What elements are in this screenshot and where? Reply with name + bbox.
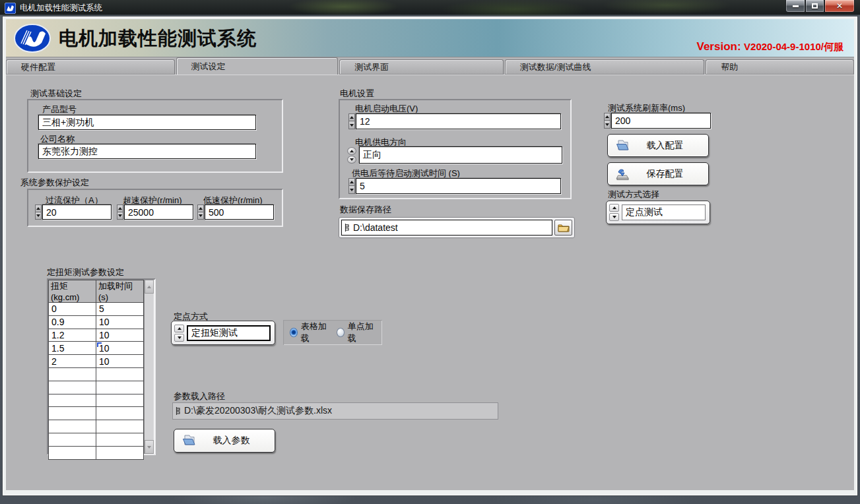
maximize-button[interactable] bbox=[805, 0, 824, 13]
company-name-input[interactable] bbox=[39, 144, 255, 158]
version-label: Version: bbox=[697, 40, 741, 53]
table-row bbox=[49, 433, 144, 446]
table-cell[interactable]: 10 bbox=[96, 315, 144, 329]
increment-button[interactable] bbox=[347, 147, 356, 155]
tab-hardware-config[interactable]: 硬件配置 bbox=[6, 59, 175, 75]
overcurrent-input[interactable] bbox=[43, 205, 111, 219]
table-cell[interactable] bbox=[96, 420, 144, 433]
decrement-button[interactable] bbox=[604, 121, 611, 129]
scroll-down-button[interactable] bbox=[145, 440, 154, 454]
table-row: 1.210 bbox=[49, 329, 144, 342]
triangle-up-icon bbox=[350, 116, 354, 119]
table-cell[interactable]: 0 bbox=[49, 303, 96, 316]
enum-spinner bbox=[174, 325, 184, 342]
start-voltage-input[interactable] bbox=[356, 114, 560, 129]
decrement-button[interactable] bbox=[347, 156, 356, 164]
table-cell[interactable] bbox=[49, 407, 96, 420]
table-cell[interactable]: 5 bbox=[96, 303, 144, 316]
ring-spinner bbox=[347, 146, 358, 164]
lowspeed-input[interactable] bbox=[205, 205, 273, 219]
increment-button[interactable] bbox=[604, 113, 611, 121]
overcurrent-control bbox=[35, 205, 112, 220]
table-cell[interactable] bbox=[49, 381, 96, 394]
increment-button[interactable] bbox=[348, 178, 355, 186]
table-cell[interactable]: 2 bbox=[49, 355, 96, 368]
tab-test-settings[interactable]: 测试设定 bbox=[176, 57, 339, 75]
table-row: 210 bbox=[49, 355, 144, 368]
decrement-button[interactable] bbox=[609, 213, 619, 221]
load-mode-radio-group: 表格加载 单点加载 bbox=[283, 320, 382, 345]
table-row bbox=[49, 394, 144, 407]
test-mode-field[interactable]: 定点测试 bbox=[622, 205, 706, 220]
decrement-button[interactable] bbox=[197, 212, 204, 220]
decrement-button[interactable] bbox=[174, 334, 184, 342]
triangle-up-icon bbox=[350, 181, 354, 183]
table-cell[interactable]: 1.2 bbox=[49, 329, 96, 342]
start-voltage-control bbox=[348, 113, 561, 129]
page-title: 电机加载性能测试系统 bbox=[59, 26, 257, 52]
decrement-button[interactable] bbox=[117, 212, 123, 220]
supply-direction-field[interactable]: 正向 bbox=[359, 146, 562, 164]
table-cell[interactable] bbox=[49, 420, 96, 433]
table-cell[interactable] bbox=[96, 446, 144, 459]
tab-help[interactable]: 帮助 bbox=[706, 59, 854, 75]
radio-option[interactable]: 表格加载 bbox=[290, 321, 329, 344]
table-cell[interactable]: 1.5 bbox=[49, 342, 96, 355]
table-cell[interactable] bbox=[96, 433, 144, 446]
increment-button[interactable] bbox=[197, 205, 204, 212]
lowspeed-control bbox=[197, 205, 274, 220]
overspeed-input[interactable] bbox=[125, 205, 193, 219]
table-cell[interactable] bbox=[96, 367, 144, 381]
triangle-down-icon bbox=[36, 214, 40, 217]
radio-option[interactable]: 单点加载 bbox=[337, 321, 376, 344]
table-cell[interactable] bbox=[96, 381, 144, 394]
close-icon: ✕ bbox=[836, 1, 843, 11]
minimize-button[interactable] bbox=[785, 0, 805, 13]
load-params-button[interactable]: 载入参数 bbox=[174, 429, 275, 453]
tab-test-interface[interactable]: 测试界面 bbox=[339, 59, 504, 75]
spinner bbox=[35, 205, 42, 220]
increment-button[interactable] bbox=[35, 205, 42, 212]
product-model-input[interactable] bbox=[39, 115, 255, 129]
table-cell[interactable] bbox=[49, 446, 96, 459]
point-mode-field[interactable]: 定扭矩测试 bbox=[187, 325, 271, 341]
decrement-button[interactable] bbox=[348, 186, 355, 194]
increment-button[interactable] bbox=[174, 325, 184, 332]
table-cell[interactable] bbox=[49, 367, 96, 381]
tab-bar: 硬件配置 测试设定 测试界面 测试数据/测试曲线 帮助 bbox=[6, 57, 854, 75]
decrement-button[interactable] bbox=[348, 121, 355, 129]
triangle-down-icon bbox=[118, 214, 122, 217]
table-cell[interactable]: 0.9 bbox=[49, 315, 96, 329]
tab-test-data-curves[interactable]: 测试数据/测试曲线 bbox=[505, 59, 705, 75]
save-path-input[interactable] bbox=[350, 222, 549, 233]
refresh-rate-input[interactable] bbox=[612, 113, 710, 128]
scrollbar-track[interactable] bbox=[145, 294, 154, 440]
basic-group-title: 测试基础设定 bbox=[30, 88, 82, 100]
increment-button[interactable] bbox=[117, 205, 123, 212]
close-button[interactable]: ✕ bbox=[824, 0, 855, 13]
save-config-button[interactable]: 保存配置 bbox=[607, 162, 709, 185]
save-path-control bbox=[339, 217, 575, 238]
scroll-up-button[interactable] bbox=[145, 280, 154, 294]
increment-button[interactable] bbox=[609, 204, 619, 212]
decrement-button[interactable] bbox=[35, 212, 42, 220]
table-cell[interactable]: 10 bbox=[96, 342, 144, 355]
window-controls: ✕ bbox=[785, 0, 855, 13]
minimize-icon bbox=[793, 5, 799, 7]
table-cell[interactable] bbox=[49, 394, 96, 407]
browse-folder-button[interactable] bbox=[554, 220, 572, 236]
table-cell[interactable]: 10 bbox=[96, 355, 144, 368]
table-cell[interactable] bbox=[49, 433, 96, 446]
triangle-down-icon bbox=[147, 446, 151, 449]
table-cell[interactable] bbox=[96, 394, 144, 407]
table-cell[interactable] bbox=[96, 407, 144, 420]
app-icon bbox=[5, 3, 16, 14]
torque-column-header: 扭矩(kg.cm) bbox=[49, 280, 96, 303]
table-scrollbar[interactable] bbox=[144, 280, 154, 454]
start-voltage-field bbox=[356, 113, 561, 129]
wait-time-input[interactable] bbox=[356, 179, 560, 193]
load-config-button[interactable]: 载入配置 bbox=[607, 134, 709, 157]
increment-button[interactable] bbox=[348, 113, 355, 121]
product-model-field bbox=[38, 115, 256, 130]
table-cell[interactable]: 10 bbox=[96, 329, 144, 342]
